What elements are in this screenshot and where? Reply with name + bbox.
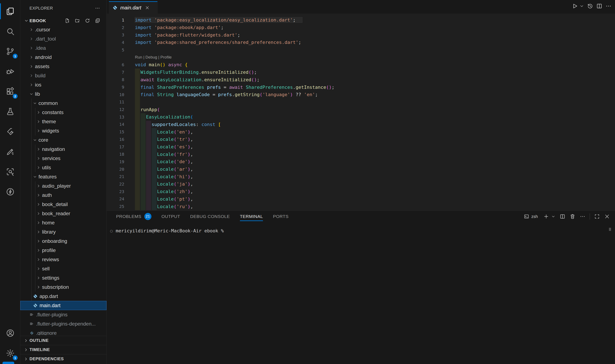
tree-folder-services[interactable]: services — [20, 154, 107, 163]
code-line[interactable]: 15Locale('en'), — [107, 128, 615, 136]
sidebar-section-outline[interactable]: OUTLINE — [20, 336, 107, 345]
code-line[interactable]: 10final String languageCode = prefs.getS… — [107, 91, 615, 98]
search-activity-item[interactable] — [0, 21, 20, 41]
code-line[interactable]: 4import 'package:shared_preferences/shar… — [107, 39, 615, 46]
tree-file--flutter-plugins-dependen-[interactable]: .flutter-plugins-dependen... — [20, 319, 107, 328]
sidebar-section-dependencies[interactable]: DEPENDENCIES — [20, 354, 107, 363]
code-line[interactable]: 14supportedLocales: const [ — [107, 121, 615, 128]
more-icon[interactable] — [580, 214, 586, 219]
code-line[interactable]: 9final SharedPreferences prefs = await S… — [107, 83, 615, 91]
maximize-icon[interactable] — [594, 214, 600, 219]
tree-folder-home[interactable]: home — [20, 218, 107, 227]
history-icon[interactable] — [587, 3, 593, 9]
tab-main-dart[interactable]: main.dart — [109, 1, 158, 13]
close-tab-icon[interactable] — [145, 5, 150, 10]
code-line[interactable]: 24Locale('pt'), — [107, 195, 615, 203]
code-line[interactable]: 5 — [107, 46, 615, 54]
tree-folder-audio-player[interactable]: audio_player — [20, 181, 107, 191]
code-line[interactable]: 17Locale('es'), — [107, 143, 615, 151]
code-line[interactable]: 12runApp( — [107, 106, 615, 113]
new-folder-icon[interactable] — [75, 18, 80, 23]
chevron-down-icon[interactable] — [551, 214, 555, 219]
source-control-activity-item[interactable]: 1 — [0, 41, 20, 61]
tree-folder-features[interactable]: features — [20, 172, 107, 181]
code-line[interactable]: 11 — [107, 98, 615, 106]
tree-folder-common[interactable]: common — [20, 99, 107, 108]
code-line[interactable]: 13EasyLocalization( — [107, 113, 615, 121]
tree-folder-library[interactable]: library — [20, 227, 107, 236]
tree-folder-android[interactable]: android — [20, 53, 107, 62]
tree-file-main-dart[interactable]: main.dart — [20, 301, 107, 310]
terminal-scrollbar-thumb[interactable] — [609, 228, 611, 231]
tree-folder-build[interactable]: build — [20, 71, 107, 80]
refresh-icon[interactable] — [85, 18, 90, 23]
more-icon[interactable] — [605, 3, 612, 9]
flutter-activity-item[interactable] — [0, 122, 20, 142]
tree-folder-constants[interactable]: constants — [20, 108, 107, 117]
settings-gear-activity-item[interactable]: 1 — [0, 343, 20, 363]
tree-folder-utils[interactable]: utils — [20, 163, 107, 172]
shell-selector[interactable]: zsh — [524, 214, 538, 219]
workspace-root-header[interactable]: EBOOK — [20, 16, 107, 25]
extensions-activity-item[interactable]: 2 — [0, 81, 20, 102]
trash-icon[interactable] — [570, 214, 575, 219]
edit-pencil-activity-item[interactable] — [0, 142, 20, 162]
panel-tab-problems[interactable]: PROBLEMS21 — [116, 211, 151, 222]
run-debug-activity-item[interactable] — [0, 61, 20, 81]
tree-folder-widgets[interactable]: widgets — [20, 126, 107, 135]
tree-folder--cursor[interactable]: .cursor — [20, 25, 107, 34]
code-line[interactable]: 8await EasyLocalization.ensureInitialize… — [107, 76, 615, 84]
code-line[interactable]: 20Locale('ar'), — [107, 166, 615, 173]
tree-folder-assets[interactable]: assets — [20, 62, 107, 71]
code-line[interactable]: 2import 'package:ebook/app.dart'; — [107, 24, 615, 31]
tree-folder-subscription[interactable]: subscription — [20, 283, 107, 292]
chevron-down-icon[interactable] — [579, 4, 584, 8]
sidebar-section-timeline[interactable]: TIMELINE — [20, 345, 107, 354]
collapse-all-icon[interactable] — [95, 18, 100, 23]
plus-icon[interactable] — [543, 214, 549, 219]
tree-file-app-dart[interactable]: app.dart — [20, 292, 107, 301]
tree-folder-book-detail[interactable]: book_detail — [20, 200, 107, 209]
code-line[interactable]: 21Locale('hi'), — [107, 173, 615, 180]
testing-activity-item[interactable] — [0, 102, 20, 122]
code-line[interactable]: 18Locale('fr'), — [107, 150, 615, 158]
code-line[interactable]: 3import 'package:flutter/widgets.dart'; — [107, 31, 615, 39]
panel-tab-output[interactable]: OUTPUT — [162, 211, 180, 222]
tree-folder-auth[interactable]: auth — [20, 191, 107, 200]
tree-folder-settings[interactable]: settings — [20, 273, 107, 283]
split-editor-icon[interactable] — [560, 214, 565, 219]
tree-folder-ios[interactable]: ios — [20, 80, 107, 90]
account-activity-item[interactable] — [0, 323, 20, 343]
close-icon[interactable] — [604, 214, 610, 219]
new-file-icon[interactable] — [65, 18, 70, 23]
tree-folder-book-reader[interactable]: book_reader — [20, 209, 107, 218]
explorer-activity-item[interactable] — [0, 1, 20, 21]
code-line[interactable]: 7WidgetsFlutterBinding.ensureInitialized… — [107, 68, 615, 76]
tree-file--gitignore[interactable]: .gitignore — [20, 328, 107, 335]
code-line[interactable]: 6void main() async { — [107, 61, 615, 68]
panel-tab-terminal[interactable]: TERMINAL — [240, 211, 263, 222]
tree-folder-onboarding[interactable]: onboarding — [20, 236, 107, 246]
devtools-lightning-activity-item[interactable] — [0, 182, 20, 202]
tree-folder-lib[interactable]: lib — [20, 90, 107, 99]
tree-folder--dart-tool[interactable]: .dart_tool — [20, 34, 107, 43]
code-line[interactable]: 25Locale('ru'), — [107, 203, 615, 210]
code-line[interactable]: 19Locale('de'), — [107, 158, 615, 166]
code-line[interactable]: 16Locale('tr'), — [107, 136, 615, 143]
codelens-links[interactable]: Run | Debug | Profile — [135, 55, 172, 59]
terminal[interactable]: mericyildirim@Meric-MacBook-Air ebook % — [107, 222, 615, 234]
split-editor-icon[interactable] — [596, 3, 602, 9]
tree-folder-reviews[interactable]: reviews — [20, 255, 107, 264]
panel-tab-ports[interactable]: PORTS — [273, 211, 288, 222]
code-editor[interactable]: 1import 'package:easy_localization/easy_… — [107, 13, 615, 210]
tree-folder-theme[interactable]: theme — [20, 117, 107, 126]
tree-folder-sell[interactable]: sell — [20, 264, 107, 273]
tree-folder-core[interactable]: core — [20, 135, 107, 145]
panel-tab-debug-console[interactable]: DEBUG CONSOLE — [190, 211, 230, 222]
code-line[interactable]: 1import 'package:easy_localization/easy_… — [107, 16, 615, 24]
run-icon[interactable] — [572, 3, 578, 9]
tree-folder-navigation[interactable]: navigation — [20, 145, 107, 154]
widget-inspector-activity-item[interactable] — [0, 162, 20, 182]
tree-folder--idea[interactable]: .idea — [20, 43, 107, 53]
code-line[interactable]: 22Locale('ja'), — [107, 180, 615, 188]
